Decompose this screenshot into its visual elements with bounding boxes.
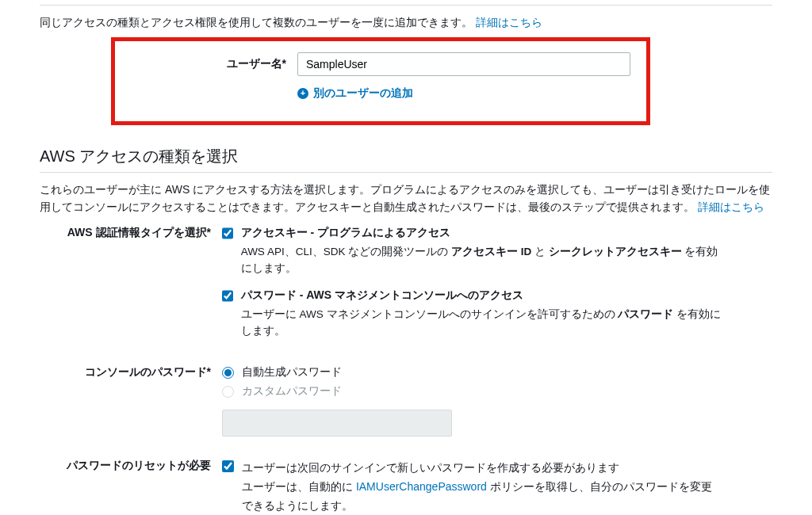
cred-type-row: AWS 認証情報タイプを選択* アクセスキー - プログラムによるアクセス AW… xyxy=(40,226,772,351)
add-another-user-label: 別のユーザーの追加 xyxy=(313,86,413,101)
username-label: ユーザー名* xyxy=(115,57,297,71)
custom-password-radio[interactable] xyxy=(222,386,234,398)
cred-type-label: AWS 認証情報タイプを選択* xyxy=(40,226,222,351)
console-pw-label: コンソールのパスワード* xyxy=(40,365,222,437)
access-key-option: アクセスキー - プログラムによるアクセス AWS API、CLI、SDK など… xyxy=(222,226,725,277)
custom-password-label: カスタムパスワード xyxy=(242,384,342,399)
console-password-option: パスワード - AWS マネジメントコンソールへのアクセス ユーザーに AWS … xyxy=(222,288,725,340)
add-another-user-button[interactable]: + 別のユーザーの追加 xyxy=(297,86,413,101)
access-key-desc: AWS API、CLI、SDK などの開発ツールの アクセスキー ID と シー… xyxy=(241,243,725,277)
iam-policy-link[interactable]: IAMUserChangePassword xyxy=(356,480,487,493)
user-details-description: 同じアクセスの種類とアクセス権限を使用して複数のユーザーを一度に追加できます。 … xyxy=(40,13,772,31)
autogen-password-radio[interactable] xyxy=(222,367,234,379)
section-divider xyxy=(40,5,772,6)
details-link[interactable]: 詳細はこちら xyxy=(476,16,542,29)
custom-password-option: カスタムパスワード xyxy=(222,384,725,399)
console-pw-row: コンソールのパスワード* 自動生成パスワード カスタムパスワード xyxy=(40,365,772,437)
console-password-checkbox[interactable] xyxy=(222,290,233,302)
access-key-title: アクセスキー - プログラムによるアクセス xyxy=(241,226,725,240)
password-reset-row: パスワードのリセットが必要 ユーザーは次回のサインインで新しいパスワードを作成す… xyxy=(40,459,772,515)
username-highlight-box: ユーザー名* + 別のユーザーの追加 xyxy=(111,37,650,125)
add-user-row: + 別のユーザーの追加 xyxy=(115,86,646,101)
username-input[interactable] xyxy=(297,52,630,76)
console-password-title: パスワード - AWS マネジメントコンソールへのアクセス xyxy=(241,288,725,303)
console-password-desc: ユーザーに AWS マネジメントコンソールへのサインインを許可するための パスワ… xyxy=(241,306,725,340)
access-desc-text: これらのユーザーが主に AWS にアクセスする方法を選択します。プログラムによる… xyxy=(40,183,770,213)
username-row: ユーザー名* xyxy=(115,52,646,76)
custom-password-input xyxy=(222,410,452,437)
autogen-password-option: 自動生成パスワード xyxy=(222,365,725,380)
access-type-description: これらのユーザーが主に AWS にアクセスする方法を選択します。プログラムによる… xyxy=(40,181,772,216)
access-key-checkbox[interactable] xyxy=(222,227,233,239)
autogen-password-label: 自動生成パスワード xyxy=(242,365,342,380)
plus-circle-icon: + xyxy=(297,88,308,99)
access-details-link[interactable]: 詳細はこちら xyxy=(698,200,764,213)
section-divider-2 xyxy=(40,172,772,173)
desc-text: 同じアクセスの種類とアクセス権限を使用して複数のユーザーを一度に追加できます。 xyxy=(40,16,473,29)
password-reset-checkbox[interactable] xyxy=(222,460,234,472)
password-reset-label: パスワードのリセットが必要 xyxy=(40,459,222,515)
access-type-heading: AWS アクセスの種類を選択 xyxy=(40,146,772,167)
password-reset-desc: ユーザーは次回のサインインで新しいパスワードを作成する必要があります ユーザーは… xyxy=(242,459,772,515)
